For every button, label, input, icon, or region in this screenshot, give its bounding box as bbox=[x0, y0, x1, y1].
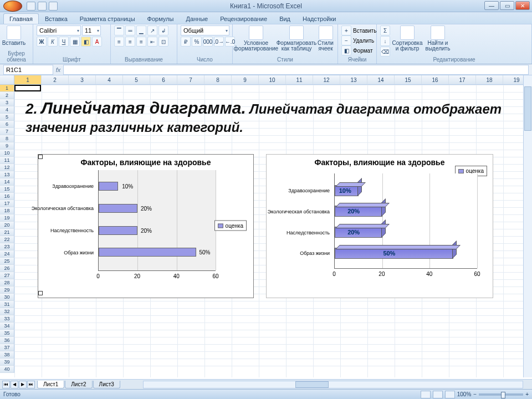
autosum-button[interactable]: Σ bbox=[380, 25, 390, 35]
tab-data[interactable]: Данные bbox=[180, 13, 214, 24]
qat-undo-icon[interactable] bbox=[38, 2, 47, 11]
row-header[interactable]: 37 bbox=[0, 344, 14, 351]
row-header[interactable]: 28 bbox=[0, 279, 14, 287]
align-center-button[interactable]: ≡ bbox=[125, 37, 135, 47]
bold-button[interactable]: Ж bbox=[37, 37, 47, 47]
row-header[interactable]: 16 bbox=[0, 193, 14, 200]
tab-home[interactable]: Главная bbox=[3, 13, 39, 24]
row-header[interactable]: 13 bbox=[0, 171, 14, 178]
horizontal-scrollbar[interactable] bbox=[143, 381, 523, 388]
row-header[interactable]: 4 bbox=[0, 106, 14, 114]
sheet-tab-3[interactable]: Лист3 bbox=[93, 381, 120, 388]
row-header[interactable]: 6 bbox=[0, 121, 14, 128]
row-header[interactable]: 3 bbox=[0, 99, 14, 106]
column-header[interactable]: 17 bbox=[449, 75, 476, 84]
paste-button[interactable]: Вставить bbox=[3, 25, 24, 46]
sheet-nav-first[interactable]: ⏮ bbox=[2, 381, 10, 388]
column-header[interactable]: 14 bbox=[367, 75, 395, 84]
column-header[interactable]: 5 bbox=[123, 75, 150, 84]
align-middle-button[interactable]: ═ bbox=[125, 25, 135, 35]
format-table-button[interactable]: Форматировать как таблицу bbox=[278, 25, 315, 52]
row-header[interactable]: 22 bbox=[0, 236, 14, 243]
column-header[interactable]: 7 bbox=[177, 75, 204, 84]
row-header[interactable]: 39 bbox=[0, 359, 14, 366]
fill-color-button[interactable]: ◧ bbox=[81, 37, 91, 47]
currency-button[interactable]: ₽ bbox=[181, 37, 191, 47]
row-header[interactable]: 20 bbox=[0, 222, 14, 229]
qat-save-icon[interactable] bbox=[27, 2, 35, 11]
row-header[interactable]: 1 bbox=[0, 85, 14, 92]
conditional-format-button[interactable]: Условное форматирование bbox=[236, 25, 276, 52]
row-header[interactable]: 27 bbox=[0, 272, 14, 279]
row-header[interactable]: 18 bbox=[0, 207, 14, 214]
row-header[interactable]: 17 bbox=[0, 200, 14, 207]
row-header[interactable]: 35 bbox=[0, 330, 14, 337]
font-name-combo[interactable]: Calibri bbox=[37, 25, 81, 35]
chart-1[interactable]: Факторы, влияющие на здоровье Здравоохра… bbox=[38, 154, 254, 298]
qat-redo-icon[interactable] bbox=[49, 2, 58, 11]
align-bottom-button[interactable]: ▁ bbox=[136, 25, 146, 35]
underline-button[interactable]: Ч bbox=[59, 37, 69, 47]
zoom-slider[interactable] bbox=[479, 393, 523, 396]
select-all-corner[interactable] bbox=[0, 75, 14, 84]
column-header[interactable]: 12 bbox=[313, 75, 340, 84]
column-header[interactable]: 4 bbox=[96, 75, 123, 84]
row-header[interactable]: 34 bbox=[0, 323, 14, 330]
row-header[interactable]: 33 bbox=[0, 315, 14, 323]
font-size-combo[interactable]: 11 bbox=[82, 25, 101, 35]
row-header[interactable]: 30 bbox=[0, 294, 14, 301]
column-header[interactable]: 1 bbox=[14, 75, 42, 84]
wrap-text-button[interactable]: ↲ bbox=[158, 25, 168, 35]
column-header[interactable]: 13 bbox=[340, 75, 367, 84]
delete-cells-button[interactable]: Удалить bbox=[353, 38, 374, 44]
align-right-button[interactable]: ≡ bbox=[136, 37, 146, 47]
close-button[interactable]: ✕ bbox=[515, 1, 530, 10]
tab-insert[interactable]: Вставка bbox=[39, 13, 74, 24]
tab-page-layout[interactable]: Разметка страницы bbox=[74, 13, 141, 24]
hscroll-thumb[interactable] bbox=[295, 381, 329, 388]
row-header[interactable]: 11 bbox=[0, 157, 14, 164]
row-header[interactable]: 31 bbox=[0, 301, 14, 308]
fill-button[interactable]: ↓ bbox=[380, 36, 390, 46]
tab-formulas[interactable]: Формулы bbox=[141, 13, 180, 24]
align-left-button[interactable]: ≡ bbox=[114, 37, 124, 47]
merge-button[interactable]: ⊡ bbox=[158, 37, 168, 47]
row-header[interactable]: 21 bbox=[0, 229, 14, 236]
row-header[interactable]: 19 bbox=[0, 214, 14, 222]
view-break-button[interactable] bbox=[445, 391, 455, 398]
format-cells-button[interactable]: Формат bbox=[353, 48, 373, 54]
minimize-button[interactable]: — bbox=[484, 1, 499, 10]
column-header[interactable]: 15 bbox=[395, 75, 422, 84]
vertical-scrollbar[interactable] bbox=[523, 75, 532, 377]
row-header[interactable]: 14 bbox=[0, 178, 14, 186]
row-header[interactable]: 26 bbox=[0, 265, 14, 272]
clear-button[interactable]: ⌫ bbox=[380, 47, 390, 57]
sheet-tab-1[interactable]: Лист1 bbox=[37, 381, 64, 388]
view-normal-button[interactable] bbox=[421, 391, 431, 398]
row-header[interactable]: 23 bbox=[0, 243, 14, 250]
row-header[interactable]: 15 bbox=[0, 186, 14, 193]
find-select-button[interactable]: Найти и выделить bbox=[424, 25, 451, 52]
row-header[interactable]: 12 bbox=[0, 164, 14, 171]
insert-cells-button[interactable]: Вставить bbox=[353, 28, 376, 34]
tab-view[interactable]: Вид bbox=[273, 13, 296, 24]
row-header[interactable]: 25 bbox=[0, 258, 14, 265]
tab-addins[interactable]: Надстройки bbox=[296, 13, 342, 24]
maximize-button[interactable]: ▭ bbox=[500, 1, 514, 10]
sheet-tab-2[interactable]: Лист2 bbox=[65, 381, 92, 388]
row-header[interactable]: 2 bbox=[0, 92, 14, 99]
tab-review[interactable]: Рецензирование bbox=[214, 13, 273, 24]
cell-styles-button[interactable]: Стили ячеек bbox=[317, 25, 334, 52]
row-header[interactable]: 7 bbox=[0, 128, 14, 135]
zoom-in-button[interactable]: + bbox=[525, 391, 529, 397]
indent-dec-button[interactable]: ⇤ bbox=[147, 37, 157, 47]
orientation-button[interactable]: ↗ bbox=[147, 25, 157, 35]
chart-2[interactable]: Факторы, влияющие на здоровье оценка Здр… bbox=[266, 154, 493, 298]
fx-icon[interactable]: fx bbox=[53, 66, 63, 73]
row-header[interactable]: 8 bbox=[0, 135, 14, 142]
row-header[interactable]: 9 bbox=[0, 142, 14, 150]
office-button[interactable] bbox=[3, 1, 22, 12]
row-header[interactable]: 5 bbox=[0, 114, 14, 121]
percent-button[interactable]: % bbox=[192, 37, 202, 47]
view-layout-button[interactable] bbox=[433, 391, 443, 398]
